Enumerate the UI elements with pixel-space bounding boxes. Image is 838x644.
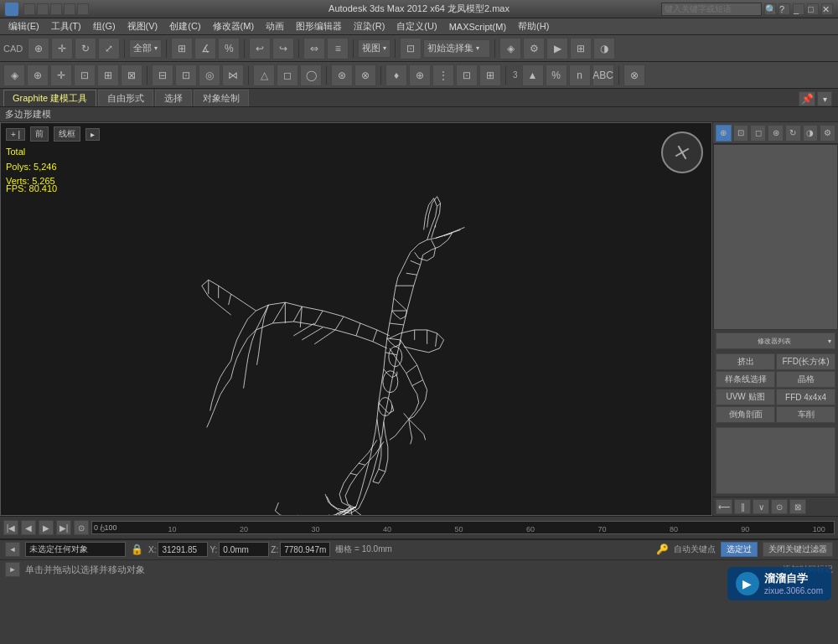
- menu-customize[interactable]: 自定义(U): [391, 18, 442, 34]
- tb2-btn2[interactable]: ⊕: [27, 64, 49, 86]
- menu-animation[interactable]: 动画: [261, 18, 289, 34]
- tab-freeform[interactable]: 自由形式: [98, 90, 153, 106]
- tb2-btn11[interactable]: △: [253, 64, 275, 86]
- btn-spline-sel[interactable]: 样条线选择: [716, 371, 775, 388]
- select-btn[interactable]: 选定过: [721, 542, 758, 557]
- menu-maxscript[interactable]: MAXScript(M): [444, 20, 511, 33]
- rp-vertex-btn[interactable]: ⊕: [716, 125, 732, 142]
- named-sel-dropdown[interactable]: 初始选择集▾: [423, 39, 490, 58]
- tb2-btn20[interactable]: ⊞: [479, 64, 501, 86]
- tb2-btn8[interactable]: ⊡: [175, 64, 197, 86]
- tb-render-btn[interactable]: ▶: [546, 38, 568, 59]
- tb-render-setup-btn[interactable]: ⚙: [523, 38, 545, 59]
- rp-move-up-btn[interactable]: ∨: [753, 499, 769, 514]
- menu-view[interactable]: 视图(V): [122, 18, 163, 34]
- search-input[interactable]: [661, 3, 762, 16]
- tab-pin-btn[interactable]: 📌: [799, 91, 815, 106]
- rp-display-btn[interactable]: ◑: [803, 125, 819, 142]
- undo-btn[interactable]: [64, 3, 75, 15]
- tb-mirror-btn[interactable]: ⇔: [303, 38, 325, 59]
- rp-hier-btn[interactable]: ⊛: [768, 125, 784, 142]
- tb2-btn21[interactable]: n: [569, 64, 591, 86]
- tb2-btn15[interactable]: ⊗: [354, 64, 376, 86]
- tb2-btn5[interactable]: ⊞: [97, 64, 119, 86]
- tab-paint[interactable]: 对象绘制: [194, 90, 249, 106]
- btn-ffd-4x4[interactable]: FFD 4x4x4: [776, 389, 835, 405]
- tl-prev-btn[interactable]: ◀: [21, 520, 36, 535]
- viewport[interactable]: + | 前 线框 ▸ Total Polys: 5,246 Verts: 5,2…: [0, 122, 712, 516]
- tb2-btn16[interactable]: ♦: [385, 64, 407, 86]
- menu-group[interactable]: 组(G): [88, 18, 121, 34]
- tab-options-btn[interactable]: ▾: [817, 91, 832, 106]
- tb2-btn4[interactable]: ⊡: [74, 64, 96, 86]
- menu-render[interactable]: 渲染(R): [349, 18, 390, 34]
- tb-move-btn[interactable]: ✛: [51, 38, 73, 59]
- z-value[interactable]: 7780.947m: [280, 542, 330, 557]
- tb-undo-btn[interactable]: ↩: [249, 38, 271, 59]
- tb2-btn7[interactable]: ⊟: [152, 64, 173, 86]
- rp-move-down-btn[interactable]: ⊙: [771, 499, 788, 514]
- tb2-btn19[interactable]: ⊡: [456, 64, 478, 86]
- btn-bevel-profile[interactable]: 倒角剖面: [716, 406, 775, 423]
- btn-lattice[interactable]: 晶格: [776, 371, 835, 388]
- menu-help[interactable]: 帮助(H): [513, 18, 554, 34]
- tb2-btn12[interactable]: ◻: [277, 64, 298, 86]
- view-dropdown[interactable]: 视图▾: [358, 39, 391, 58]
- btn-extrude[interactable]: 挤出: [716, 353, 775, 370]
- tl-key-btn[interactable]: ⊙: [74, 520, 89, 535]
- viewport-play-btn[interactable]: ▸: [85, 128, 100, 141]
- rp-delete-btn[interactable]: ⊠: [789, 499, 806, 514]
- btn-lathe[interactable]: 车削: [776, 406, 835, 423]
- btn-uvw-map[interactable]: UVW 贴图: [716, 389, 775, 405]
- minimize-btn[interactable]: _: [793, 3, 804, 15]
- tb-snap-btn[interactable]: ⊞: [171, 38, 193, 59]
- rp-pin-btn[interactable]: ⟵: [716, 499, 732, 514]
- tb-activeshade-btn[interactable]: ◑: [593, 38, 615, 59]
- tb2-btn3[interactable]: ✛: [50, 64, 72, 86]
- rp-config-btn[interactable]: ‖: [734, 499, 751, 514]
- tb-redo-btn[interactable]: ↪: [272, 38, 294, 59]
- search-icon[interactable]: 🔍: [764, 3, 776, 15]
- new-btn[interactable]: [23, 3, 35, 15]
- tb-named-sel[interactable]: ⊡: [400, 38, 422, 59]
- tb-rotate-btn[interactable]: ↻: [75, 38, 96, 59]
- tb-align-btn[interactable]: ≡: [327, 38, 349, 59]
- tb2-btn14[interactable]: ⊛: [331, 64, 353, 86]
- rp-util-btn[interactable]: ⚙: [820, 125, 835, 142]
- viewport-plus-btn[interactable]: + |: [6, 128, 25, 141]
- maximize-btn[interactable]: □: [807, 3, 819, 15]
- tb2-render-btn[interactable]: ▲: [522, 64, 544, 86]
- y-value[interactable]: 0.0mm: [219, 542, 269, 557]
- menu-graph[interactable]: 图形编辑器: [291, 18, 347, 34]
- timeline-bar[interactable]: 0 / 100 0 10 20 30 40 50 60 70 80 90 100: [91, 521, 835, 534]
- tb-angle-snap-btn[interactable]: ∡: [194, 38, 216, 59]
- nav-btn-left[interactable]: ◄: [5, 542, 20, 557]
- tb2-btn6[interactable]: ⊠: [121, 64, 142, 86]
- tb-select-btn[interactable]: ⊕: [28, 38, 49, 59]
- viewport-front-btn[interactable]: 前: [30, 126, 49, 142]
- tb-percent-snap-btn[interactable]: %: [218, 38, 240, 59]
- tb2-btn13[interactable]: ◯: [300, 64, 322, 86]
- close-btn[interactable]: ✕: [821, 3, 833, 15]
- rp-motion-btn[interactable]: ↻: [785, 125, 801, 142]
- tb2-btn23[interactable]: ⊗: [623, 64, 645, 86]
- x-value[interactable]: 31291.85: [158, 542, 208, 557]
- tb-render-frame-btn[interactable]: ⊞: [570, 38, 592, 59]
- tb2-btn9[interactable]: ◎: [199, 64, 220, 86]
- rp-face-btn[interactable]: ◻: [750, 125, 766, 142]
- rp-edge-btn[interactable]: ⊡: [733, 125, 749, 142]
- open-btn[interactable]: [37, 3, 49, 15]
- nav-btn-right[interactable]: ►: [5, 562, 20, 577]
- modifier-search[interactable]: [713, 144, 838, 330]
- tb2-btn22[interactable]: ABC: [592, 64, 614, 86]
- menu-create[interactable]: 创建(C): [164, 18, 205, 34]
- menu-tools[interactable]: 工具(T): [46, 18, 86, 34]
- close-filter-btn[interactable]: 关闭关键过滤器: [763, 542, 833, 557]
- tb2-btn17[interactable]: ⊕: [409, 64, 431, 86]
- redo-btn[interactable]: [77, 3, 89, 15]
- help-icon[interactable]: ?: [779, 3, 790, 15]
- tb-material-btn[interactable]: ◈: [499, 38, 521, 59]
- menu-modifier[interactable]: 修改器(M): [208, 18, 260, 34]
- tl-end-btn[interactable]: ▶|: [56, 520, 71, 535]
- tb2-btn18[interactable]: ⋮: [432, 64, 454, 86]
